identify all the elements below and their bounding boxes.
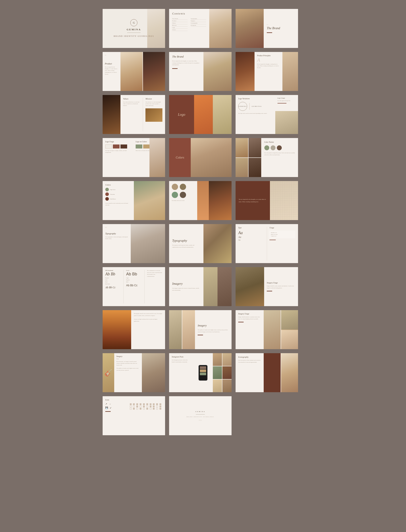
tc-layout: Typography The typefaces used represent … [169,224,232,263]
fs-col3: The combination of serif and sans-serif … [147,270,162,304]
icon-dot-7 [150,403,152,405]
fs-body-text: The combination of serif and sans-serif … [147,270,162,277]
lu-cs-1 [136,144,142,149]
ail-title: Imagery [116,355,140,357]
icon-dot-14 [140,405,141,407]
lv-right: Logo Usage Use only approved logo files. [275,95,298,134]
values-body: Our values define how we work and what w… [123,101,140,106]
values-section: Values Our values define how we work and… [120,95,143,134]
ig-title-1: Instagram Posts [172,356,190,358]
pp-layout: Product Principles A We are inspired by … [236,52,298,91]
cc-circles-row2 [172,192,195,198]
id-icon-grid [130,403,162,410]
vm-layout: Values Our values define how we work and… [103,95,165,134]
slide-typography-center: Typography The typefaces used represent … [169,224,232,263]
slide-the-brand-cover: 01 The Brand [236,9,298,48]
pp-image-left [236,52,254,91]
iu2-bar [238,322,244,322]
slide-imagery-sunset: Photography should evoke emotion and tel… [103,310,165,349]
cp-layout: Color Palette Our color palette is inspi… [236,138,298,177]
slide-colors-left: Colors Sage Green Terracotta Dark Brown [103,181,165,220]
fs-font1-weights: RegularItalicBoldBold Italic [105,277,121,285]
cp-title: Color Palette [264,141,295,143]
ig-grid-4 [222,366,232,379]
icon-dot-18 [153,405,155,407]
contents-item-5: Logo [172,27,188,29]
lv-text: Logo Variations GEMINA GEMINA The logo c… [236,95,275,134]
ii-title: Imagery [172,282,200,286]
lu-title1: Logo Usage [105,141,132,143]
fs-font1-sample: Ab Bb Cc [105,286,121,289]
bt-brown: We are inspired by the thoughts, we crea… [236,181,270,220]
lu-swatch-3 [120,144,127,149]
contents-list: The Brand Product Values Mission Logo Co… [172,18,206,31]
tu-layout: Type Aa Aa Aa Usage Headline textBody te… [236,224,298,263]
brand-cover-text: 01 The Brand [264,9,298,48]
ig-grid-5 [213,379,222,392]
icon-dot-30 [160,408,161,410]
final-tagline: Brand Identity Guidelines [187,416,214,417]
cl-s2 [105,192,109,196]
cl-s3-label: Dark Brown [110,199,116,199]
slide-typography-left: 06 Typography Our typography is clean an… [103,224,165,263]
cl-image [134,181,165,220]
is-body2: Always use high-resolution files for pri… [134,318,162,322]
lu-swatch-2 [113,144,120,149]
ig-layout: Instagram Posts Our Instagram presence r… [169,353,232,392]
brand-spread-layout: The Brand We are inspired by the thought… [169,52,232,91]
lv-logo-text: GEMINA [252,106,262,107]
final-content: GEMINA Brand Identity Guidelines 2024 [169,396,232,435]
cp-body: Our color palette is inspired by nature.… [264,152,295,156]
cb-layout: Colors [169,138,232,177]
tu-usage-ex: Headline textBody text styleCaption text [269,231,295,238]
icon-dot-8 [153,403,155,405]
contents-item-3: Values [172,22,188,24]
contents-item-10: Instagram [191,24,206,27]
tc-wood-img [203,224,232,263]
bt-image [270,181,298,220]
tl-title: Typography [105,232,128,235]
cp-img-1 [236,138,248,157]
cb-image [191,138,232,177]
icon-dot-24 [140,408,141,410]
ail-layout: 🎸 Imagery Items Beyond people, our image… [103,353,165,392]
logo-images [194,95,232,134]
ii-text: Imagery Our imagery captures the essence… [169,267,203,306]
contents-item-8: Imagery [191,20,206,22]
lu-body1: The logo can appear on light, medium, an… [105,150,132,153]
ic-body: The quality of visuals can be higher fro… [198,329,229,333]
ii-body: Our imagery captures the essence of natu… [172,287,200,291]
iu2-body: Images should maintain a consistent warm… [238,316,261,320]
icon-dot-6 [146,403,148,405]
id-icon-row-1: ↗ → [105,403,127,405]
ic-title: Imagery [198,324,229,327]
icon-dot-29 [156,408,158,410]
ail-text: Imagery Items Beyond people, our imagery… [114,353,142,392]
logo-img-2 [213,95,232,134]
contents-text: Contents The Brand Product Values Missio… [169,9,209,48]
cc-c4 [180,192,186,198]
cp-img-2 [248,138,261,157]
cc-layout: Secondary and accent colors. [169,181,232,220]
id-title: Icons [105,399,127,401]
iur-body: Images should be warm, natural, and auth… [267,285,295,289]
slide-font-specimen: EB Garamond Ab Bb RegularItalicBoldBold … [103,267,165,306]
cc-c1 [172,184,178,190]
id-icon-list: ↗ → 💾 ↙ [105,403,127,409]
icon-dot-19 [156,405,158,407]
icon-dot-25 [143,408,145,410]
iu2-img-2b [281,330,298,349]
slide-brown-texture: We are inspired by the thoughts, we crea… [236,181,298,220]
cl-s2-label: Terracotta [110,194,115,195]
icon-dot-10 [160,403,161,405]
cl-layout: Colors Sage Green Terracotta Dark Brown [103,181,165,220]
tc-title: Typography [172,239,200,243]
cc-img-right [209,181,232,220]
mission-section: Mission Our mission is to craft meaningf… [143,95,165,134]
cover-image [147,9,165,48]
fs-col1: EB Garamond Ab Bb RegularItalicBoldBold … [105,270,121,304]
ico-img-person [281,353,298,392]
cl-s1 [105,188,109,191]
cl-swatch-row-1: Sage Green [105,188,131,191]
icon-dot-28 [153,408,155,410]
